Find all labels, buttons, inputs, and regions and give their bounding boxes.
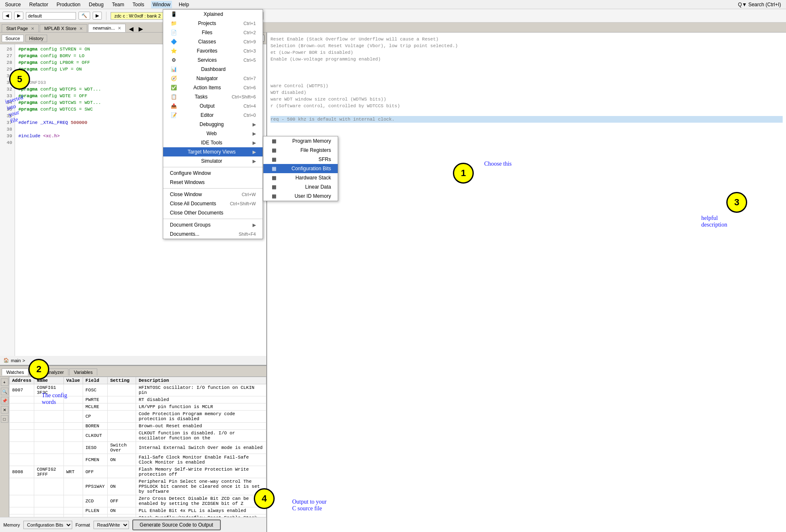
- submenu-program-memory[interactable]: ▦ Program Memory: [263, 136, 338, 146]
- table-row: MCLRELR/VPP pin function is MCLR: [10, 403, 266, 411]
- menu-item-navigator[interactable]: 🧭 Navigator Ctrl+7: [163, 74, 263, 83]
- editor-breadcrumb: 🏠 main >: [0, 356, 266, 365]
- search-button[interactable]: Q▼ Search (Ctrl+I): [736, 1, 783, 8]
- menu-source[interactable]: Source: [3, 1, 23, 8]
- menu-item-ide-tools[interactable]: IDE Tools ▶: [163, 138, 263, 147]
- menu-item-web[interactable]: Web ▶: [163, 129, 263, 138]
- menubar: Source Refactor Production Debug Team To…: [0, 0, 786, 9]
- right-line-2: Selection (Brown-out Reset Voltage (Vbor…: [270, 43, 783, 49]
- right-line-6: [270, 69, 783, 76]
- tab-close-newmain[interactable]: ✕: [118, 26, 121, 30]
- tab-close-start[interactable]: ✕: [31, 26, 34, 31]
- menu-item-xplained[interactable]: 📱 Xplained: [163, 10, 263, 19]
- menu-item-icon-services: ⚙: [170, 57, 177, 63]
- right-line-14: [270, 123, 783, 129]
- target-memory-submenu[interactable]: ▦ Program Memory ▦ File Registers ▦ SFRs…: [263, 136, 338, 201]
- menu-item-close-other[interactable]: Close Other Documents: [163, 208, 263, 217]
- menu-item-target-memory[interactable]: Target Memory Views ▶: [163, 147, 263, 156]
- build-button[interactable]: 🔨: [78, 12, 90, 20]
- menu-item-reset-windows[interactable]: Reset Windows: [163, 178, 263, 187]
- menu-refactor[interactable]: Refactor: [28, 1, 50, 8]
- watch-pin-icon[interactable]: 📌: [1, 397, 8, 404]
- submenu-linear-data[interactable]: ▦ Linear Data: [263, 182, 338, 192]
- menu-help[interactable]: Help: [177, 1, 191, 8]
- debug-button[interactable]: ▶: [93, 12, 102, 20]
- breadcrumb-main: main: [11, 358, 21, 363]
- nav-right-icon[interactable]: ▶: [136, 25, 146, 32]
- generate-source-button[interactable]: Generate Source Code to Output: [132, 519, 221, 530]
- menu-item-icon-dashboard: 📊: [170, 66, 177, 72]
- submenu-config-bits[interactable]: ▦ Configuration Bits: [263, 164, 338, 173]
- bottom-content: + 🔍 📌 ✕ □ Address Name Value: [0, 377, 266, 532]
- menu-item-services[interactable]: ⚙ Services Ctrl+5: [163, 55, 263, 65]
- menu-item-files[interactable]: 📄 Files Ctrl+2: [163, 28, 263, 37]
- tab-start-page[interactable]: Start Page ✕: [2, 24, 39, 32]
- nav-left-icon[interactable]: ◀: [126, 25, 136, 32]
- forward-button[interactable]: ▶: [14, 12, 23, 20]
- menu-item-output[interactable]: 📤 Output Ctrl+4: [163, 101, 263, 111]
- memory-select[interactable]: Configuration Bits: [23, 521, 72, 529]
- window-dropdown[interactable]: 📱 Xplained 📁 Projects Ctrl+1 📄 Files Ctr…: [163, 9, 263, 239]
- menu-debug[interactable]: Debug: [87, 1, 105, 8]
- menu-tools[interactable]: Tools: [131, 1, 146, 8]
- editor-tab-source[interactable]: Source: [2, 35, 24, 42]
- tab-close-mplab[interactable]: ✕: [79, 26, 83, 31]
- tab-newmain[interactable]: newmain... ✕: [88, 24, 126, 32]
- editor-tab-history[interactable]: History: [25, 35, 47, 42]
- right-line-9: WDT disabled): [270, 89, 783, 96]
- menu-item-close-all[interactable]: Close All Documents Ctrl+Shift+W: [163, 199, 263, 208]
- col-field: Field: [83, 377, 107, 384]
- submenu-user-id[interactable]: ▦ User ID Memory: [263, 192, 338, 201]
- watch-search-icon[interactable]: 🔍: [1, 388, 8, 395]
- menu-item-tasks[interactable]: 📋 Tasks Ctrl+Shift+6: [163, 92, 263, 101]
- menu-team[interactable]: Team: [110, 1, 126, 8]
- menu-item-projects[interactable]: 📁 Projects Ctrl+1: [163, 19, 263, 28]
- menu-sep3: [163, 219, 263, 219]
- format-label: Format: [76, 522, 90, 527]
- menu-item-close-window[interactable]: Close Window Ctrl+W: [163, 190, 263, 199]
- right-line-5: [270, 63, 783, 69]
- submenu-hardware-stack[interactable]: ▦ Hardware Stack: [263, 173, 338, 182]
- menu-item-editor[interactable]: 📝 Editor Ctrl+0: [163, 111, 263, 120]
- menu-item-classes[interactable]: 🔷 Classes Ctrl+9: [163, 37, 263, 46]
- col-name: Name: [34, 377, 63, 384]
- menu-item-dashboard[interactable]: 📊 Dashboard: [163, 65, 263, 74]
- bottom-tab-variables[interactable]: Variables: [69, 368, 97, 376]
- table-row: PPS1WAYONPeripheral Pin Select one-way c…: [10, 478, 266, 495]
- tab-mplab-store[interactable]: MPLAB X Store ✕: [40, 24, 87, 32]
- watches-table-scroll[interactable]: Address Name Value Field Setting Descrip…: [9, 377, 266, 517]
- bottom-tab-logic[interactable]: Logic Analyzer: [29, 368, 68, 376]
- menu-item-debugging[interactable]: Debugging ▶: [163, 120, 263, 129]
- menu-item-simulator[interactable]: Simulator ▶: [163, 156, 263, 166]
- right-code-view[interactable]: Reset Enable (Stack Overflow or Underflo…: [267, 33, 786, 532]
- bottom-tab-watches[interactable]: Watches: [2, 368, 28, 376]
- watch-icon5[interactable]: □: [1, 415, 8, 423]
- table-row: CLKOUTCLKOUT function is disabled. I/O o…: [10, 430, 266, 442]
- col-setting: Setting: [107, 377, 136, 384]
- menu-item-documents[interactable]: Documents... Shift+F4: [163, 229, 263, 239]
- watches-table: Address Name Value Field Setting Descrip…: [9, 377, 266, 517]
- menu-window[interactable]: Window: [151, 1, 172, 8]
- menu-item-icon-editor: 📝: [170, 112, 177, 118]
- menu-item-favorites[interactable]: ⭐ Favorites Ctrl+3: [163, 46, 263, 55]
- watch-add-icon[interactable]: +: [1, 378, 8, 386]
- project-input[interactable]: [26, 12, 76, 20]
- watch-del-icon[interactable]: ✕: [1, 406, 8, 413]
- menu-item-doc-groups[interactable]: Document Groups ▶: [163, 220, 263, 229]
- menu-item-configure-window[interactable]: Configure Window: [163, 169, 263, 178]
- menu-item-icon-output: 📤: [170, 103, 177, 109]
- sep1: [106, 12, 106, 20]
- menu-item-icon-xplained: 📱: [170, 11, 177, 17]
- menu-production[interactable]: Production: [55, 1, 82, 8]
- back-button[interactable]: ◀: [3, 12, 12, 20]
- table-row: 8008CONFIG2 3FFFWRTOFFFlash Memory Self-…: [10, 466, 266, 478]
- table-row: PLLENONPLL Enable Bit 4x PLL is always e…: [10, 507, 266, 514]
- col-value: Value: [63, 377, 83, 384]
- submenu-sfrs[interactable]: ▦ SFRs: [263, 155, 338, 164]
- bottom-toolbar: Memory Configuration Bits Format Read/Wr…: [0, 517, 266, 532]
- table-row: ZCDOFFZero Cross Detect Disable Bit ZCD …: [10, 495, 266, 507]
- right-line-7: [270, 76, 783, 83]
- format-select[interactable]: Read/Write: [94, 521, 129, 529]
- menu-item-action-items[interactable]: ✅ Action Items Ctrl+6: [163, 83, 263, 92]
- submenu-file-registers[interactable]: ▦ File Registers: [263, 146, 338, 155]
